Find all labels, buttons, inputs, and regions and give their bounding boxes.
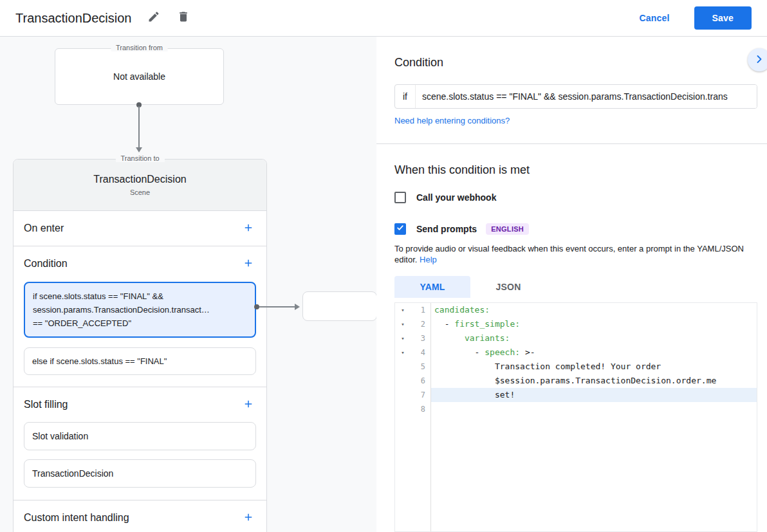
slot-item[interactable]: TransactionDecision [24,459,256,488]
add-on-enter-button[interactable] [241,221,256,236]
code-line[interactable]: - speech: >- [431,345,757,360]
line-number: 1 [411,303,430,317]
yaml-key-token: first_simple: [454,319,520,329]
section-condition: Condition if scene.slots.status == "FINA… [14,246,266,387]
add-slot-button[interactable] [241,397,256,412]
plus-icon [243,398,254,412]
transition-from-value: Not available [113,71,165,82]
fold-toggle-icon[interactable]: ▾ [395,331,411,345]
graph-canvas: Transition from Not available Transition… [0,37,376,532]
save-button[interactable]: Save [694,6,752,30]
transition-from-node: Transition from Not available [55,48,224,105]
check-icon [396,223,405,235]
code-line[interactable]: candidates: [431,303,757,317]
yaml-text-token: - [434,347,485,357]
condition-help-link[interactable]: Need help entering conditions? [394,116,510,125]
condition-text-line: session.params.TransactionDecision.trans… [33,303,247,316]
connector-vertical-line [138,106,140,149]
add-intent-button[interactable] [241,510,256,526]
yaml-text-token: $session.params.TransactionDecision.orde… [434,376,716,385]
code-line[interactable] [431,402,757,416]
condition-text-line: == "ORDER_ACCEPTED" [33,316,247,330]
code-line[interactable]: variants: [431,331,757,345]
plus-icon [243,511,254,525]
tab-json[interactable]: JSON [470,276,546,298]
condition-text-line: else if scene.slots.status == "FINAL" [32,354,248,368]
collapse-panel-button[interactable] [748,48,767,71]
gutter-cell [395,360,411,374]
scene-title: TransactionDecision [15,11,131,26]
yaml-text-token: Transaction completed! Your order [434,362,661,371]
description-text: To provide audio or visual feedback when… [394,244,744,264]
yaml-editor[interactable]: ▾▾▾▾ 12345678 candidates: - first_simple… [394,302,757,532]
chevron-right-icon [753,53,766,68]
scene-node-subtitle: Scene [130,188,150,196]
code-line[interactable]: set! [431,388,757,402]
editor-code: candidates: - first_simple: variants: - … [431,303,757,531]
plus-icon [243,257,254,271]
section-custom-intent: Custom intent handling [14,500,266,532]
arrow-right-icon [295,304,300,310]
panel-divider [376,143,767,144]
line-number: 7 [411,388,430,402]
fold-toggle-icon[interactable]: ▾ [395,317,411,331]
prompts-row: Send prompts ENGLISH [394,223,529,235]
condition-panel-title: Condition [394,56,443,69]
yaml-key-token: candidates: [434,305,490,315]
gutter-cell [395,402,411,416]
edit-scene-button[interactable] [147,11,161,25]
when-met-title: When this condition is met [394,163,530,177]
line-number: 2 [411,317,430,331]
section-on-enter: On enter [14,211,266,246]
scene-node: Transition to TransactionDecision Scene … [13,159,267,532]
condition-item[interactable]: else if scene.slots.status == "FINAL" [24,347,256,375]
transition-to-label: Transition to [115,154,164,162]
code-line[interactable]: - first_simple: [431,317,757,331]
on-enter-label: On enter [24,223,64,234]
transition-from-label: Transition from [111,44,168,51]
prompts-checkbox[interactable] [394,223,406,235]
editor-linenumbers: 12345678 [411,303,431,531]
line-number: 6 [411,374,430,388]
webhook-label: Call your webhook [416,192,496,203]
tab-yaml[interactable]: YAML [394,276,470,298]
prompts-description: To provide audio or visual feedback when… [394,243,752,265]
connector-horizontal-line [259,306,296,307]
line-number: 5 [411,360,430,374]
condition-panel: Condition if Need help entering conditio… [376,37,767,532]
pencil-icon [147,10,160,26]
condition-text-line: if scene.slots.status == "FINAL" && [33,289,247,303]
help-link[interactable]: Help [420,255,437,264]
editor-gutter: ▾▾▾▾ [395,303,411,531]
yaml-text-token: >- [520,347,535,357]
code-line[interactable]: $session.params.TransactionDecision.orde… [431,374,757,388]
gutter-cell [395,388,411,402]
trash-icon [177,10,190,26]
yaml-text-token [434,333,465,343]
connector-dot-condition [254,304,259,309]
webhook-checkbox[interactable] [394,192,406,203]
app-header: TransactionDecision Cancel Save [0,0,767,37]
delete-scene-button[interactable] [176,11,190,25]
scene-node-header[interactable]: TransactionDecision Scene [14,160,266,211]
scene-node-title: TransactionDecision [93,174,186,185]
line-number: 3 [411,331,430,345]
add-condition-button[interactable] [241,256,256,271]
webhook-row: Call your webhook [394,192,496,203]
line-number: 4 [411,345,430,360]
arrow-down-icon [136,147,142,152]
transition-target-node[interactable] [302,291,376,321]
condition-if-row: if [394,84,757,109]
if-label: if [395,85,416,108]
fold-toggle-icon[interactable]: ▾ [395,345,411,360]
fold-toggle-icon[interactable]: ▾ [395,303,411,317]
yaml-key-token: speech: [485,347,520,357]
condition-item-selected[interactable]: if scene.slots.status == "FINAL" && sess… [24,282,256,338]
slot-item[interactable]: Slot validation [24,422,256,450]
section-slot-filling: Slot filling Slot validation Transaction… [14,387,266,500]
language-badge: ENGLISH [486,223,529,235]
code-line[interactable]: Transaction completed! Your order [431,360,757,374]
yaml-text-token: set! [434,390,515,399]
condition-expression-input[interactable] [416,85,757,108]
cancel-button[interactable]: Cancel [639,13,669,23]
